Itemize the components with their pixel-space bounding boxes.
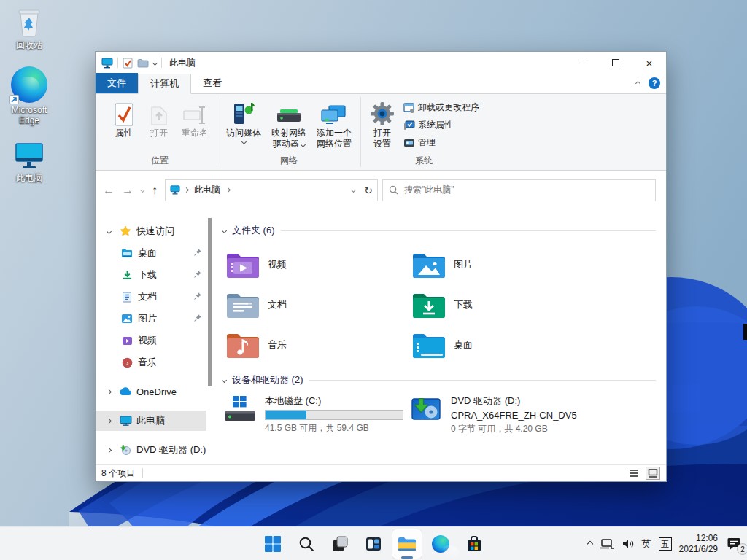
folder-tile-videos[interactable]: 视频 (222, 244, 409, 284)
refresh-icon[interactable]: ↻ (364, 184, 373, 196)
collapse-section-icon[interactable] (222, 228, 227, 233)
collapse-section-icon[interactable] (222, 377, 227, 382)
map-network-drive-button[interactable]: 映射网络 驱动器 (267, 97, 311, 152)
ime-language-indicator[interactable]: 英 (642, 537, 651, 551)
file-explorer-button[interactable] (392, 529, 422, 559)
large-icons-view-button[interactable] (646, 467, 660, 480)
back-button[interactable]: ← (103, 184, 115, 197)
volume-icon[interactable] (622, 538, 635, 550)
help-icon[interactable]: ? (649, 77, 660, 89)
ime-mode-indicator[interactable]: 五 (659, 537, 672, 551)
edge-button[interactable] (425, 529, 456, 559)
collapse-ribbon-icon[interactable] (635, 80, 640, 85)
chevron-right-icon[interactable] (106, 447, 111, 452)
forward-button[interactable]: → (122, 184, 133, 197)
chevron-right-icon[interactable] (225, 187, 231, 192)
sidebar-item-desktop[interactable]: 桌面 (96, 243, 206, 263)
titlebar[interactable]: 此电脑 × (96, 52, 666, 74)
ribbon: 属性 打开 重命名 位置 (96, 94, 666, 171)
task-view-button[interactable] (325, 529, 355, 559)
details-view-button[interactable] (627, 467, 641, 480)
search-button[interactable] (291, 529, 322, 559)
network-icon[interactable] (600, 538, 614, 550)
clock[interactable]: 12:06 2021/6/29 (679, 533, 718, 555)
manage-button[interactable]: 管理 (400, 135, 482, 150)
chevron-right-icon[interactable] (106, 418, 111, 423)
scrollbar-thumb[interactable] (208, 218, 212, 386)
folder-tile-pictures[interactable]: 图片 (409, 244, 595, 284)
group-label-network: 网络 (222, 153, 356, 170)
this-pc-icon (120, 416, 132, 426)
breadcrumb-location[interactable]: 此电脑 (194, 184, 220, 196)
uninstall-programs-button[interactable]: 卸载或更改程序 (400, 100, 482, 115)
search-placeholder: 搜索"此电脑" (404, 184, 454, 196)
sidebar-item-dvd-drive[interactable]: DVD 驱动器 (D:) (96, 440, 206, 460)
music-icon: ♪ (122, 357, 133, 368)
maximize-button[interactable] (599, 52, 632, 74)
folder-label: 视频 (268, 258, 287, 271)
sidebar-item-documents[interactable]: 文档 (96, 287, 206, 307)
open-settings-button[interactable]: 打开 设置 (365, 97, 399, 152)
drives-section-header[interactable]: 设备和驱动器 (2) (222, 373, 656, 386)
properties-button[interactable]: 属性 (107, 97, 141, 141)
folder-tile-downloads[interactable]: 下载 (409, 284, 595, 324)
tab-view[interactable]: 查看 (191, 73, 233, 93)
new-folder-icon[interactable] (137, 58, 149, 68)
sidebar-scrollbar[interactable] (206, 209, 214, 464)
search-box[interactable]: 搜索"此电脑" (382, 179, 656, 201)
store-button[interactable] (459, 529, 489, 559)
edge-icon (11, 66, 47, 103)
tab-file[interactable]: 文件 (96, 73, 138, 93)
chevron-down-icon[interactable] (106, 228, 111, 233)
desktop: 回收站 Microsoft Edge 此电脑 (0, 0, 747, 560)
pictures-folder-icon (411, 250, 446, 279)
sidebar-item-quick-access[interactable]: 快速访问 (96, 221, 206, 241)
sidebar-item-videos[interactable]: 视频 (96, 330, 206, 351)
sidebar-item-this-pc[interactable]: 此电脑 (96, 411, 206, 431)
pin-icon (193, 270, 202, 281)
tab-computer[interactable]: 计算机 (138, 74, 191, 94)
sidebar-item-onedrive[interactable]: OneDrive (96, 381, 206, 402)
access-media-button[interactable]: 访问媒体 (222, 97, 266, 147)
desktop-icon-label: 此电脑 (16, 173, 42, 183)
drive-tile-dvd-d[interactable]: DVD 驱动器 (D:) CPRA_X64FRE_ZH-CN_DV5 0 字节 … (409, 394, 627, 435)
folder-tile-documents[interactable]: 文档 (222, 284, 409, 324)
chevron-right-icon[interactable] (106, 389, 111, 394)
sidebar-item-pictures[interactable]: 图片 (96, 308, 206, 329)
rename-button[interactable]: 重命名 (177, 97, 212, 141)
widgets-button[interactable] (358, 529, 389, 559)
address-bar-right: ↻ (352, 184, 373, 196)
sidebar-item-downloads[interactable]: 下载 (96, 265, 206, 285)
address-bar[interactable]: 此电脑 ↻ (165, 179, 378, 201)
hidden-icons-chevron[interactable] (587, 541, 592, 547)
group-label-system: 系统 (365, 153, 482, 170)
desktop-icon-this-pc[interactable]: 此电脑 (3, 141, 55, 183)
add-network-location-button[interactable]: 添加一个 网络位置 (312, 97, 356, 152)
pointer-artifact (743, 324, 747, 340)
rename-icon (182, 100, 207, 126)
chevron-down-icon[interactable] (152, 60, 158, 65)
folder-label: 音乐 (268, 338, 287, 351)
minimize-button[interactable] (565, 52, 599, 74)
drive-tile-local-disk-c[interactable]: 本地磁盘 (C:) 41.5 GB 可用，共 59.4 GB (222, 394, 409, 435)
network-drive-icon (276, 100, 302, 126)
folders-section-header[interactable]: 文件夹 (6) (222, 224, 656, 237)
desktop-icons: 回收站 Microsoft Edge 此电脑 (3, 6, 55, 183)
folder-label: 下载 (454, 298, 473, 311)
start-button[interactable] (258, 529, 288, 559)
recent-locations-icon[interactable] (140, 187, 145, 192)
desktop-icon-edge[interactable]: Microsoft Edge (3, 66, 55, 125)
open-button[interactable]: 打开 (142, 97, 176, 141)
desktop-icon-recycle-bin[interactable]: 回收站 (3, 6, 55, 50)
folder-tile-desktop[interactable]: 桌面 (409, 324, 595, 365)
close-button[interactable]: × (632, 52, 666, 74)
folder-tile-music[interactable]: 音乐 (222, 324, 409, 365)
ribbon-group-network: 访问媒体 映射网络 驱动器 添加一个 (217, 94, 360, 170)
properties-check-icon[interactable] (123, 58, 133, 69)
up-button[interactable]: ↑ (152, 184, 158, 197)
system-properties-button[interactable]: 系统属性 (400, 117, 482, 133)
address-dropdown-icon[interactable] (351, 187, 356, 192)
sidebar-item-music[interactable]: ♪ 音乐 (96, 352, 206, 373)
notification-center-button[interactable]: 2 (725, 535, 743, 553)
divider (161, 58, 162, 68)
